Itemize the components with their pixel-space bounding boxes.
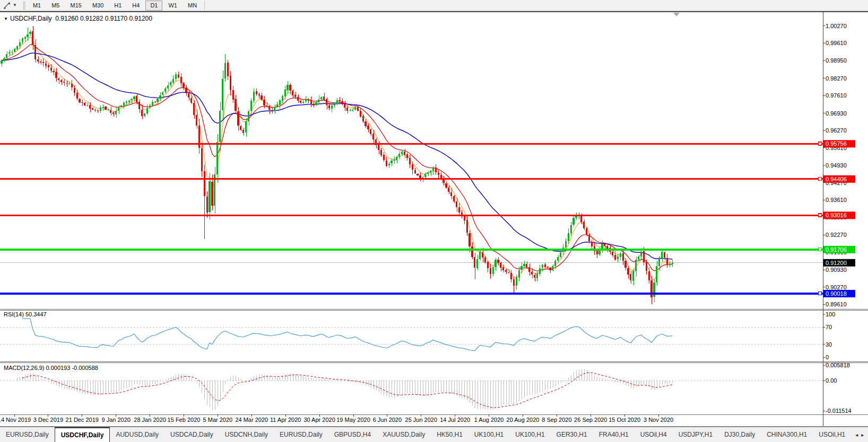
candle-body [235, 99, 236, 111]
date-tick-label: 19 May 2020 [336, 417, 370, 423]
candle-body [136, 96, 137, 102]
timeframe-button-h4[interactable]: H4 [127, 1, 144, 11]
candle-body [11, 52, 13, 52]
candle-body [302, 102, 304, 103]
candle-body [81, 102, 83, 103]
mt4-application: ▼ M1M5M15M30H1H4D1W1MN 1.002700.996100.9… [0, 0, 868, 442]
timeframe-button-d1[interactable]: D1 [145, 1, 162, 11]
chart-tab-eurusd-daily[interactable]: EURUSD,Daily [274, 427, 328, 442]
chart-tab-hk50-h1[interactable]: HK50,H1 [431, 427, 468, 442]
chart-tab-uk100-h1[interactable]: UK100,H1 [468, 427, 509, 442]
candle-body [474, 257, 475, 268]
candle-body [386, 161, 387, 166]
candle-body [107, 110, 109, 110]
candle-body [167, 85, 169, 89]
chart-tab-audusd-daily[interactable]: AUDUSD,Daily [110, 427, 164, 442]
chart-menu-triangle-icon[interactable]: ▼ [4, 16, 8, 21]
chart-tab-ger30-h1[interactable]: GER30,H1 [551, 427, 593, 442]
candle-body [456, 201, 457, 208]
candle-body [440, 175, 442, 179]
price-tick-0.96930: 0.96930 [826, 110, 847, 117]
date-tick-label: 24 Mar 2020 [235, 417, 268, 423]
chart-window[interactable]: 1.002700.996100.989500.982700.976100.969… [0, 11, 868, 427]
candle-body [261, 95, 262, 100]
candle-body [646, 262, 647, 271]
chart-tab-china300-h1[interactable]: CHINA300,H1 [761, 427, 813, 442]
chart-tab-usdcnh-daily[interactable]: USDCNH,Daily [219, 427, 274, 442]
candle-body [539, 268, 541, 273]
date-tick-label: 28 Jan 2020 [134, 417, 166, 423]
chart-title: ▼USDCHF,Daily 0.91260 0.91282 0.91170 0.… [4, 15, 152, 22]
timeframe-button-m30[interactable]: M30 [88, 1, 108, 11]
chart-tab-dj30-daily[interactable]: DJ30,Daily [718, 427, 761, 442]
candle-body [84, 103, 85, 105]
rsi-tick-30: 30 [826, 341, 832, 348]
candle-body [328, 105, 330, 109]
timeframe-button-m5[interactable]: M5 [47, 1, 64, 11]
chart-tab-usoil-h4[interactable]: USOil,H4 [635, 427, 673, 442]
chart-tab-xauusd-daily[interactable]: XAUUSD,Daily [377, 427, 431, 442]
candle-body [502, 267, 504, 270]
chart-tab-usdjpy-h1[interactable]: USDJPY,H1 [673, 427, 718, 442]
candle-body [341, 101, 343, 103]
candle-body [520, 266, 522, 270]
chart-tab-fra40-h1[interactable]: FRA40,H1 [593, 427, 635, 442]
chart-canvas[interactable]: 1.002700.996100.989500.982700.976100.969… [0, 11, 868, 427]
candle-body [227, 63, 229, 76]
price-tick-1.00270: 1.00270 [826, 23, 847, 29]
level-0.93016-handle [819, 214, 822, 217]
timeframe-buttons: M1M5M15M30H1H4D1W1MN [28, 0, 202, 11]
candle-body [404, 152, 405, 154]
chart-tab-eurusd-daily[interactable]: EURUSD,Daily [0, 427, 55, 442]
candle-body [133, 96, 135, 100]
candle-body [258, 94, 260, 95]
candle-body [479, 252, 481, 259]
chart-tab-usdchf-daily[interactable]: USDCHF,Daily [55, 427, 110, 442]
timeframe-button-w1[interactable]: W1 [163, 1, 182, 11]
candle-body [230, 76, 231, 90]
tab-scroll-right-icon[interactable]: ▸ [861, 432, 864, 438]
price-tick-0.96270: 0.96270 [826, 127, 847, 134]
candle-body [468, 233, 470, 246]
candle-body [271, 110, 273, 111]
macd-tick-0.00: 0.00 [826, 377, 837, 384]
timeframe-button-mn[interactable]: MN [183, 1, 202, 11]
candle-body [110, 110, 111, 113]
tab-scroll-arrows: ◂▸ [851, 427, 868, 442]
candle-body [370, 129, 371, 134]
price-tick-0.89610: 0.89610 [826, 301, 847, 307]
chart-tab-usoil-h1[interactable]: USOil,H1 [813, 427, 851, 442]
candle-body [8, 52, 10, 54]
candle-body [666, 258, 668, 265]
drawing-tools-button[interactable]: ▼ [0, 1, 20, 11]
candle-body [71, 84, 73, 88]
chart-tab-uk100-h1[interactable]: UK100,H1 [509, 427, 550, 442]
pane-borders [0, 11, 868, 427]
timeframe-button-m1[interactable]: M1 [28, 1, 46, 11]
candle-body [297, 97, 299, 101]
candle-body [157, 99, 158, 101]
candle-body [388, 164, 390, 165]
candle-body [510, 273, 512, 279]
chart-shift-marker-icon[interactable] [673, 13, 680, 16]
candle-body [206, 197, 208, 213]
candle-body [601, 244, 603, 249]
timeframe-button-m15[interactable]: M15 [65, 1, 86, 11]
date-tick-label: 14 Nov 2019 [0, 417, 31, 423]
candle-body [627, 268, 629, 275]
candle-body [624, 261, 626, 268]
candle-body [419, 175, 421, 179]
candle-body [638, 257, 639, 260]
chart-tab-usdcad-daily[interactable]: USDCAD,Daily [164, 427, 219, 442]
candle-body [144, 113, 145, 116]
candle-body [27, 34, 28, 38]
candle-body [279, 100, 281, 105]
chart-tab-gbpusd-h4[interactable]: GBPUSD,H4 [328, 427, 377, 442]
current-price-tag-label: 0.91200 [826, 260, 847, 266]
candle-body [570, 225, 572, 233]
price-tick-0.94930: 0.94930 [826, 162, 847, 169]
candle-body [100, 108, 101, 110]
candle-body [48, 65, 49, 67]
tab-scroll-left-icon[interactable]: ◂ [855, 432, 858, 438]
timeframe-button-h1[interactable]: H1 [109, 1, 126, 11]
